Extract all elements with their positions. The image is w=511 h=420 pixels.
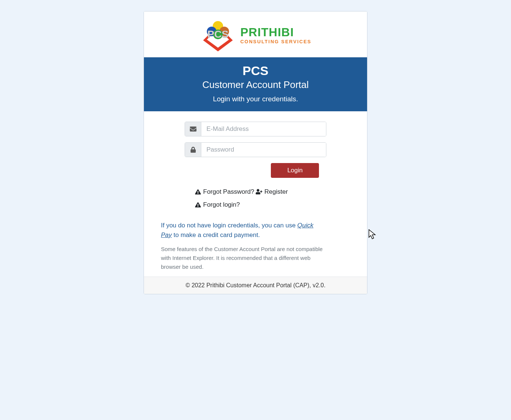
compatibility-notice: Some features of the Customer Account Po…: [161, 245, 345, 271]
quickpay-prefix: If you do not have login credentials, yo…: [161, 222, 297, 229]
logo-tagline: CONSULTING SERVICES: [240, 39, 311, 44]
header-subtitle: Customer Account Portal: [151, 79, 360, 91]
login-card: PCS PRITHIBI CONSULTING SERVICES PCS Cus…: [144, 11, 367, 294]
warning-icon: [195, 202, 201, 207]
forgot-login-link[interactable]: Forgot login?: [195, 201, 240, 209]
warning-icon: [195, 189, 201, 194]
logo-mark: PCS: [199, 18, 236, 52]
footer: © 2022 Prithibi Customer Account Portal …: [144, 277, 367, 294]
header-tagline: Login with your credentials.: [151, 95, 360, 103]
header-section: PCS Customer Account Portal Login with y…: [144, 57, 367, 111]
copyright-prefix: © 2022: [185, 282, 206, 288]
register-label: Register: [265, 188, 288, 196]
password-field[interactable]: [201, 143, 326, 157]
forgot-password-link[interactable]: Forgot Password?: [195, 188, 254, 196]
logo-brand: PRITHIBI: [240, 26, 311, 38]
register-link[interactable]: Register: [256, 188, 288, 196]
envelope-icon: [185, 122, 201, 136]
links-row-2: Forgot login?: [185, 201, 326, 209]
logo: PCS PRITHIBI CONSULTING SERVICES: [199, 18, 311, 52]
password-input-group: [185, 142, 326, 157]
button-row: Login: [185, 163, 326, 178]
login-button[interactable]: Login: [271, 163, 319, 178]
mouse-cursor-icon: [369, 229, 377, 240]
quickpay-suffix: to make a credit card payment.: [172, 231, 260, 238]
logo-section: PCS PRITHIBI CONSULTING SERVICES: [144, 11, 367, 57]
quickpay-message: If you do not have login credentials, yo…: [161, 221, 345, 240]
links-row-1: Forgot Password? Register: [185, 188, 326, 196]
user-plus-icon: [256, 189, 262, 194]
email-input-group: [185, 122, 326, 136]
forgot-password-label: Forgot Password?: [203, 188, 254, 196]
header-title: PCS: [151, 63, 360, 78]
form-section: Login Forgot Password? Register: [144, 111, 367, 218]
lock-icon: [185, 143, 201, 157]
forgot-login-label: Forgot login?: [203, 201, 240, 209]
info-section: If you do not have login credentials, yo…: [144, 218, 367, 277]
footer-link[interactable]: Prithibi Customer Account Portal (CAP), …: [206, 282, 326, 288]
email-field[interactable]: [201, 122, 326, 136]
logo-text: PRITHIBI CONSULTING SERVICES: [240, 26, 311, 44]
logo-mark-text: PCS: [208, 28, 229, 40]
